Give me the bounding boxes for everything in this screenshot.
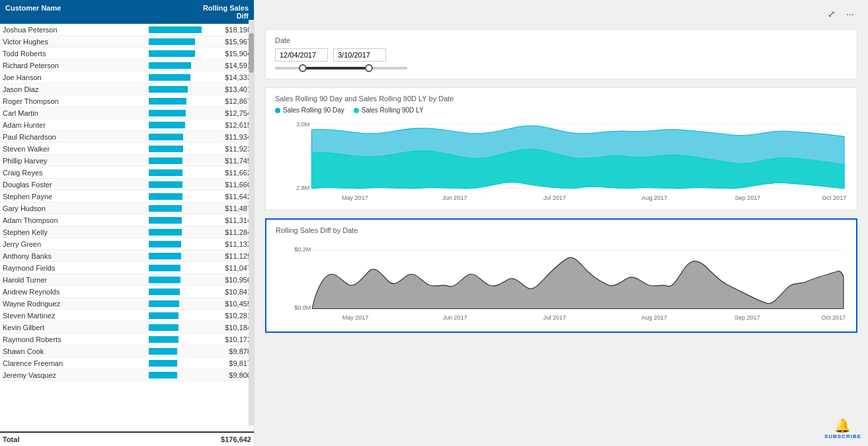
table-row[interactable]: Jeremy Vasquez $9,800	[0, 369, 254, 381]
row-value: $10,184	[215, 324, 251, 332]
row-value: $11,923	[215, 145, 251, 153]
row-customer-name: Clarence Freeman	[3, 359, 149, 367]
row-customer-name: Anthony Banks	[3, 252, 149, 260]
row-value: $10,841	[215, 288, 251, 296]
table-row[interactable]: Joshua Peterson $18,198	[0, 24, 254, 36]
bar-fill	[149, 348, 177, 355]
bar-container	[149, 277, 215, 283]
table-row[interactable]: Adam Thompson $11,314	[0, 214, 254, 226]
table-row[interactable]: Todd Roberts $15,904	[0, 48, 254, 60]
bar-container	[149, 289, 215, 295]
bar-fill	[149, 360, 177, 367]
date-filter-card: Date	[265, 29, 857, 79]
row-customer-name: Steven Martinez	[3, 312, 149, 320]
start-date-input[interactable]	[275, 48, 328, 62]
table-row[interactable]: Stephen Kelly $11,284	[0, 226, 254, 238]
table-row[interactable]: Wayne Rodriguez $10,455	[0, 298, 254, 310]
svg-text:$0.2M: $0.2M	[294, 246, 311, 253]
table-row[interactable]: Douglas Foster $11,660	[0, 179, 254, 191]
row-value: $15,904	[215, 50, 251, 58]
slider-thumb-left[interactable]	[299, 64, 307, 72]
table-footer: Total $176,642	[0, 431, 254, 446]
row-value: $11,660	[215, 181, 251, 189]
bar-fill	[149, 300, 179, 307]
row-value: $11,129	[215, 252, 251, 260]
slider-thumb-right[interactable]	[365, 64, 373, 72]
subscribe-icon: 🔔	[834, 418, 851, 433]
table-row[interactable]: Victor Hughes $15,967	[0, 36, 254, 48]
bar-fill	[149, 98, 186, 105]
table-row[interactable]: Carl Martin $12,754	[0, 107, 254, 119]
row-value: $13,401	[215, 85, 251, 93]
table-row[interactable]: Richard Peterson $14,591	[0, 60, 254, 71]
bar-fill	[149, 265, 180, 271]
row-customer-name: Raymond Roberts	[3, 335, 149, 343]
bar-fill	[149, 241, 181, 247]
row-customer-name: Carl Martin	[3, 109, 149, 117]
table-row[interactable]: Jason Diaz $13,401	[0, 83, 254, 95]
svg-text:Sep 2017: Sep 2017	[734, 314, 760, 320]
date-slider[interactable]	[275, 67, 407, 69]
slider-track	[301, 67, 368, 69]
scroll-thumb[interactable]	[249, 33, 254, 73]
subscribe-button[interactable]: 🔔 SUBSCRIBE	[824, 418, 861, 439]
legend-item-2: Sales Rolling 90D LY	[354, 107, 424, 114]
end-date-input[interactable]	[333, 48, 386, 62]
svg-text:Jun 2017: Jun 2017	[443, 314, 467, 320]
date-inputs	[275, 48, 848, 62]
table-row[interactable]: Paul Richardson $11,934	[0, 131, 254, 143]
bar-fill	[149, 277, 180, 283]
table-row[interactable]: Joe Hanson $14,333	[0, 71, 254, 83]
legend-dot-1	[275, 108, 280, 113]
scrollbar[interactable]	[249, 20, 254, 426]
bar-fill	[149, 50, 195, 57]
row-value: $12,754	[215, 109, 251, 117]
bar-fill	[149, 193, 182, 200]
table-row[interactable]: Roger Thompson $12,867	[0, 95, 254, 107]
more-options-button[interactable]: ···	[843, 7, 857, 21]
svg-text:Aug 2017: Aug 2017	[642, 195, 668, 201]
row-customer-name: Adam Hunter	[3, 121, 149, 129]
bar-fill	[149, 289, 180, 295]
table-row[interactable]: Phillip Harvey $11,745	[0, 155, 254, 167]
customer-table-panel: Customer Name Rolling Sales Diff Joshua …	[0, 0, 255, 446]
row-customer-name: Gary Hudson	[3, 204, 149, 212]
row-value: $10,950	[215, 276, 251, 284]
row-value: $11,642	[215, 193, 251, 201]
row-customer-name: Adam Thompson	[3, 216, 149, 224]
table-row[interactable]: Raymond Roberts $10,173	[0, 334, 254, 345]
table-row[interactable]: Jerry Green $11,133	[0, 238, 254, 250]
table-row[interactable]: Shawn Cook $9,878	[0, 345, 254, 357]
table-row[interactable]: Raymond Fields $11,047	[0, 262, 254, 274]
table-row[interactable]: Kevin Gilbert $10,184	[0, 322, 254, 334]
table-row[interactable]: Steven Martinez $10,281	[0, 310, 254, 322]
table-row[interactable]: Steven Walker $11,923	[0, 143, 254, 155]
table-row[interactable]: Gary Hudson $11,487	[0, 202, 254, 214]
bar-fill	[149, 372, 177, 379]
svg-text:$0.0M: $0.0M	[294, 304, 311, 311]
row-value: $11,487	[215, 204, 251, 212]
chart1-area: 3.0M 2.8M May 2017 Jun 2017 Jul 2017 Aug…	[275, 116, 848, 203]
table-row[interactable]: Clarence Freeman $9,817	[0, 357, 254, 369]
bar-container	[149, 205, 215, 212]
row-value: $12,867	[215, 97, 251, 105]
bar-fill	[149, 336, 178, 343]
bar-container	[149, 300, 215, 307]
bar-container	[149, 193, 215, 200]
bar-container	[149, 50, 215, 57]
date-filter-label: Date	[275, 36, 848, 44]
table-row[interactable]: Stephen Payne $11,642	[0, 191, 254, 202]
chart1-title: Sales Rolling 90 Day and Sales Rolling 9…	[275, 95, 848, 103]
table-row[interactable]: Craig Reyes $11,662	[0, 167, 254, 179]
expand-button[interactable]: ⤢	[824, 7, 839, 21]
row-value: $11,662	[215, 169, 251, 177]
table-row[interactable]: Harold Turner $10,950	[0, 274, 254, 286]
bar-container	[149, 38, 215, 45]
table-row[interactable]: Anthony Banks $11,129	[0, 250, 254, 262]
row-customer-name: Kevin Gilbert	[3, 324, 149, 332]
table-body[interactable]: Joshua Peterson $18,198 Victor Hughes $1…	[0, 24, 254, 431]
svg-text:Sep 2017: Sep 2017	[735, 195, 761, 201]
table-row[interactable]: Andrew Reynolds $10,841	[0, 286, 254, 298]
table-row[interactable]: Adam Hunter $12,615	[0, 119, 254, 131]
chart2-title: Rolling Sales Diff by Date	[276, 226, 847, 234]
